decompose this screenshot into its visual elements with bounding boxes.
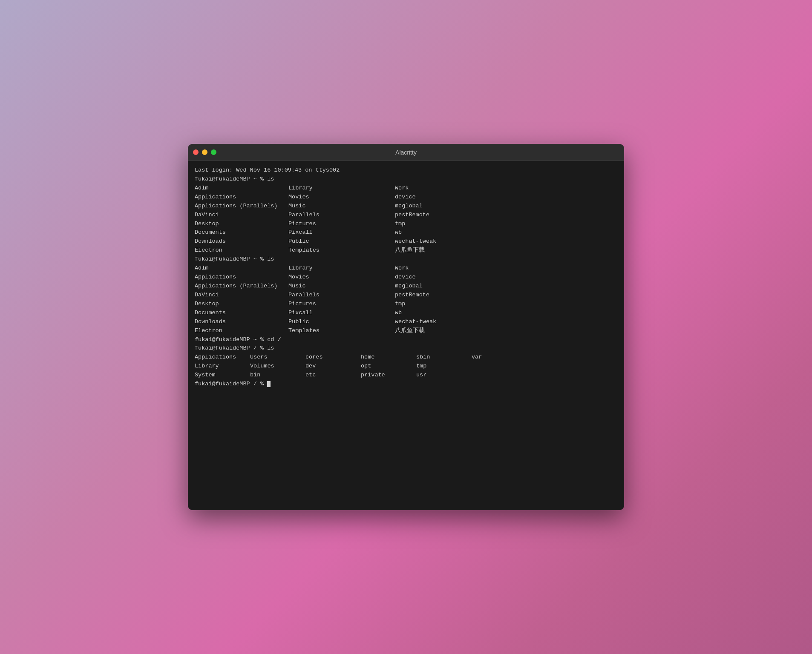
ls1-row8: ElectronTemplates八爪鱼下载 <box>195 246 617 255</box>
ls3-row3: Systembinetcprivateusr <box>195 371 617 380</box>
ls3-row2: LibraryVolumesdevopttmp <box>195 362 617 371</box>
login-line: Last login: Wed Nov 16 10:09:43 on ttys0… <box>195 166 617 175</box>
ls1-row7: DownloadsPublicwechat-tweak <box>195 237 617 246</box>
ls1-row6: DocumentsPixcallwb <box>195 228 617 237</box>
prompt-3: fukai@fukaideMBP ~ % cd / <box>195 336 617 344</box>
ls1-row2: ApplicationsMoviesdevice <box>195 193 617 202</box>
titlebar: Alacritty <box>188 144 624 161</box>
prompt-2: fukai@fukaideMBP ~ % ls <box>195 255 617 264</box>
traffic-lights <box>193 149 216 155</box>
ls2-row4: DaVinciParallelspestRemote <box>195 291 617 300</box>
terminal-window: Alacritty Last login: Wed Nov 16 10:09:4… <box>188 144 624 510</box>
ls1-row1: AdlmLibraryWork <box>195 184 617 193</box>
ls2-row5: DesktopPicturestmp <box>195 300 617 309</box>
minimize-button[interactable] <box>202 149 207 155</box>
prompt-1: fukai@fukaideMBP ~ % ls <box>195 175 617 184</box>
cursor <box>267 381 271 387</box>
ls1-row5: DesktopPicturestmp <box>195 220 617 229</box>
ls2-row8: ElectronTemplates八爪鱼下载 <box>195 327 617 336</box>
ls1-row4: DaVinciParallelspestRemote <box>195 211 617 220</box>
ls2-row3: Applications (Parallels)Musicmcglobal <box>195 282 617 291</box>
ls2-row1: AdlmLibraryWork <box>195 264 617 273</box>
ls3-row1: ApplicationsUserscoreshomesbinvar <box>195 353 617 362</box>
terminal-content[interactable]: Last login: Wed Nov 16 10:09:43 on ttys0… <box>188 161 624 510</box>
ls1-row3: Applications (Parallels)Musicmcglobal <box>195 202 617 211</box>
window-title: Alacritty <box>395 149 417 156</box>
prompt-5: fukai@fukaideMBP / % <box>195 380 617 389</box>
prompt-4: fukai@fukaideMBP / % ls <box>195 344 617 353</box>
ls2-row6: DocumentsPixcallwb <box>195 309 617 318</box>
close-button[interactable] <box>193 149 199 155</box>
ls2-row2: ApplicationsMoviesdevice <box>195 273 617 282</box>
maximize-button[interactable] <box>211 149 216 155</box>
ls2-row7: DownloadsPublicwechat-tweak <box>195 318 617 327</box>
